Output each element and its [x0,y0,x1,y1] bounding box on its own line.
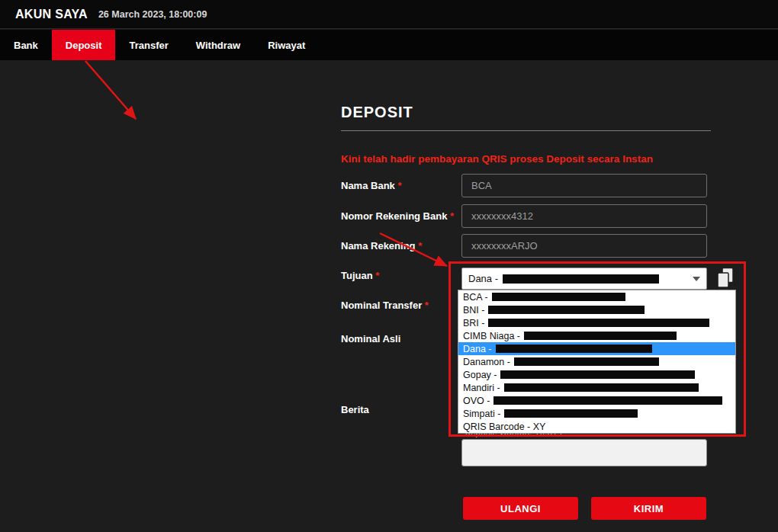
required-asterisk: * [425,300,429,311]
redaction-bar [504,383,699,392]
berita-textarea[interactable] [461,439,707,466]
nav-item-riwayat[interactable]: Riwayat [254,30,319,60]
nomor-rekening-bank-input[interactable] [461,204,707,228]
label-nominal-transfer: Nominal Transfer * [341,300,429,311]
dropdown-option-label: QRIS Barcode - XY [463,421,545,432]
page: AKUN SAYA 26 March 2023, 18:00:09 Bank D… [0,0,778,532]
annotation-arrow [85,61,136,119]
label-berita: Berita [341,404,369,415]
redaction-bar [492,293,625,301]
page-title: DEPOSIT [341,104,413,121]
dropdown-option-danamon[interactable]: Danamon - [458,355,735,368]
dropdown-option-label: BRI - [463,318,484,328]
dropdown-option-bni[interactable]: BNI - [458,303,735,316]
dropdown-option-ovo[interactable]: OVO - [458,394,735,407]
dropdown-option-cimb-niaga[interactable]: CIMB Niaga - [458,329,735,342]
label-nama-bank: Nama Bank * [341,180,402,191]
title-divider [341,130,711,131]
top-bar: AKUN SAYA 26 March 2023, 18:00:09 [0,0,778,29]
label-nominal-asli: Nominal Asli [341,333,400,345]
redaction-bar [500,370,695,379]
dropdown-option-label: BCA - [463,292,488,303]
redaction-bar [488,319,709,327]
dropdown-option-bri[interactable]: BRI - [458,316,735,329]
dropdown-option-label: Dana - [463,344,492,354]
dropdown-option-label: Mandiri - [463,383,500,393]
redaction-bar [488,306,645,314]
dropdown-option-label: Danamon - [463,357,510,367]
nama-bank-input[interactable] [461,174,707,197]
dropdown-option-label: BNI - [463,305,484,316]
required-asterisk: * [397,180,401,191]
dropdown-option-gopay[interactable]: Gopay - [458,368,735,381]
redaction-bar [503,274,659,284]
dropdown-option-label: Gopay - [463,370,497,380]
main-nav: Bank Deposit Transfer Withdraw Riwayat [0,30,778,60]
dropdown-option-label: OVO - [463,396,490,406]
dropdown-option-mandiri[interactable]: Mandiri - [458,381,735,394]
nama-rekening-input[interactable] [461,234,707,258]
required-asterisk: * [375,270,379,281]
kirim-button[interactable]: KIRIM [591,497,706,520]
tujuan-select[interactable]: Dana - [461,268,707,290]
redaction-bar [496,345,652,353]
required-asterisk: * [450,210,454,222]
field-label-text: Nama Rekening [341,240,416,252]
header-datetime: 26 March 2023, 18:00:09 [98,9,207,20]
field-label-text: Nama Bank [341,180,395,191]
dropdown-option-qris-barcode[interactable]: QRIS Barcode - XY [458,420,735,433]
dropdown-option-label: Simpati - [463,409,500,419]
field-label-text: Nominal Asli [341,333,400,345]
field-label-text: Nomor Rekening Bank [341,210,447,222]
chevron-down-icon [693,277,700,281]
field-label-text: Berita [341,404,369,415]
dropdown-option-bca[interactable]: BCA - [458,290,735,303]
redaction-bar [524,332,677,340]
label-tujuan: Tujuan * [341,270,379,281]
nav-item-withdraw[interactable]: Withdraw [182,30,254,60]
required-asterisk: * [418,240,422,252]
nav-item-bank[interactable]: Bank [0,30,52,60]
nav-item-transfer[interactable]: Transfer [115,30,182,60]
dropdown-option-label: CIMB Niaga - [463,331,520,341]
field-label-text: Tujuan [341,270,373,281]
dropdown-option-simpati[interactable]: Simpati - [458,407,735,420]
nav-item-deposit[interactable]: Deposit [52,30,116,60]
redaction-bar [504,409,638,418]
label-nama-rekening: Nama Rekening * [341,240,422,252]
ulangi-button[interactable]: ULANGI [463,497,578,520]
label-nomor-rekening-bank: Nomor Rekening Bank * [341,210,454,222]
copy-icon[interactable] [715,267,735,290]
tujuan-dropdown-list: BCA - BNI - BRI - CIMB Niaga - Dana - Da… [458,290,736,434]
dropdown-option-dana[interactable]: Dana - [458,342,735,355]
redaction-bar [514,357,659,366]
app-title: AKUN SAYA [15,8,88,21]
tujuan-selected-label: Dana - [468,273,498,284]
qris-notice: Kini telah hadir pembayaran QRIS proses … [341,153,653,165]
redaction-bar [493,396,722,405]
field-label-text: Nominal Transfer [341,300,422,311]
